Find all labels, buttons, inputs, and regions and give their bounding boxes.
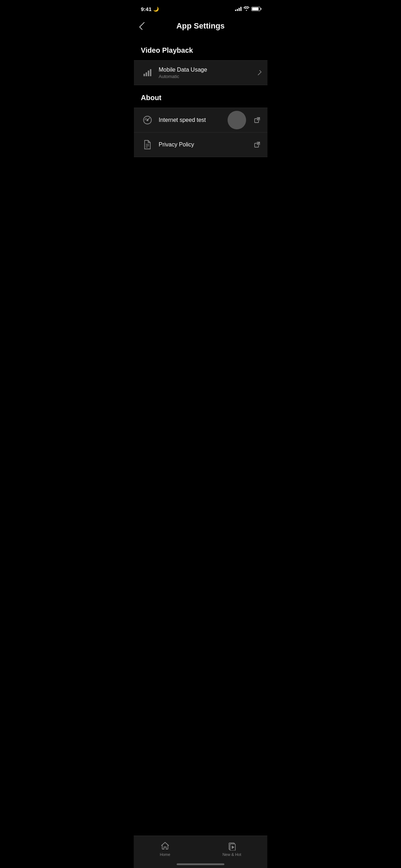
status-icons [235,6,260,12]
header: App Settings [134,16,267,38]
video-playback-section: Mobile Data Usage Automatic [134,60,267,85]
mobile-data-usage-row[interactable]: Mobile Data Usage Automatic [134,61,267,85]
battery-icon [251,7,260,11]
mobile-data-content: Mobile Data Usage Automatic [159,67,257,79]
drag-circle [228,111,246,129]
video-playback-section-header: Video Playback [134,38,267,60]
back-chevron-icon [139,22,147,30]
privacy-policy-row[interactable]: Privacy Policy [134,132,267,157]
about-title: About [141,94,162,102]
privacy-policy-label: Privacy Policy [159,141,254,148]
status-time: 9:41 🌙 [141,6,159,12]
mobile-data-label: Mobile Data Usage [159,67,257,73]
video-playback-title: Video Playback [141,46,193,54]
wifi-icon [244,6,249,12]
signal-icon [235,7,241,11]
privacy-icon [141,138,154,151]
about-section-header: About [134,85,267,108]
speed-test-external-icon [254,117,260,123]
moon-icon: 🌙 [153,6,159,12]
privacy-external-icon [254,141,260,148]
internet-speed-test-row[interactable]: Internet speed test [134,108,267,132]
status-bar: 9:41 🌙 [134,0,267,16]
speedtest-icon [141,114,154,126]
data-usage-icon [141,66,154,79]
privacy-policy-content: Privacy Policy [159,141,254,148]
back-button[interactable] [141,22,145,30]
page-title: App Settings [176,21,225,31]
mobile-data-sublabel: Automatic [159,74,257,79]
mobile-data-action [257,70,260,75]
svg-point-1 [147,119,148,121]
main-content: Video Playback Mobile Data Usage Automat… [134,38,267,193]
about-section: Internet speed test [134,108,267,157]
